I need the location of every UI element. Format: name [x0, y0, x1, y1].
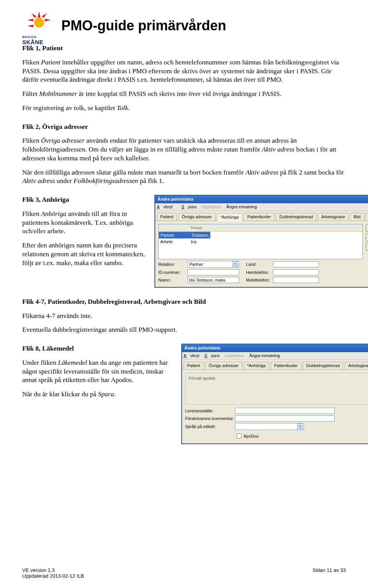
flik1-p1: Fliken Patient innehåller uppgifter om n…: [22, 58, 346, 84]
flik8-p1: Under fliken Läkemedel kan du ange om pa…: [22, 358, 176, 384]
tab-patientkoder[interactable]: Patientkoder: [271, 362, 301, 369]
menu-uppdatera: Uppdatera: [202, 204, 221, 209]
tab-anhoriga[interactable]: *Anhöriga: [217, 213, 242, 221]
id-input[interactable]: [187, 269, 239, 275]
tab-dubbelregistrerad[interactable]: Dubbelregistrerad: [276, 213, 316, 221]
tab-bild[interactable]: Bild: [350, 213, 364, 221]
tab-arbetsgivare[interactable]: Arbetsgivare: [318, 213, 348, 221]
dialog-tabs: Patient Övriga adresser *Anhöriga Patien…: [155, 211, 368, 221]
dialog-tabs: Patient Övriga adresser *Anhöriga Patien…: [182, 360, 368, 370]
dialog-lakemedel: Ändra patientdata Avbryt Spara Uppdatera…: [182, 344, 368, 444]
sprak-select[interactable]: ▾: [235, 423, 304, 430]
skane-sun-icon: [22, 9, 56, 37]
tab-patient[interactable]: Patient: [184, 362, 204, 369]
menu-spara[interactable]: Spara: [204, 353, 219, 358]
sok-button[interactable]: Sök: [366, 242, 368, 250]
section-heading-flik3: Flik 3, Anhöriga: [22, 195, 149, 204]
forvalt-apotek-fieldset: Förvalt apotek Adress... Rensa: [185, 373, 368, 405]
flik1-p3: För registrering av tolk, se kapitlet To…: [22, 104, 346, 112]
page-title: PMO-guide primärvården: [61, 18, 226, 34]
hemtel-input[interactable]: [273, 269, 319, 275]
dialog-menubar: Avbryt Spara Uppdatera Ångra inmatning: [155, 203, 368, 211]
mobil-input[interactable]: [273, 277, 319, 283]
tab-patient[interactable]: Patient: [157, 213, 177, 221]
apodos-label: ApoDos: [243, 434, 258, 438]
list-row-selected[interactable]: PartnerIda Testsson, maka: [159, 232, 210, 239]
hemtel-label: Hemtelefon:: [246, 270, 273, 275]
ny-button[interactable]: Ny: [366, 224, 368, 232]
tab-ovriga-adresser[interactable]: Övriga adresser: [178, 213, 215, 221]
chevron-down-icon: ▾: [297, 423, 303, 429]
leverans-input[interactable]: [235, 408, 335, 414]
namn-label: Namn:: [158, 277, 187, 283]
section-heading-flik47: Flik 4-7, Patientkoder, Dubbelregistrera…: [22, 297, 346, 306]
tab-dubbelregistrerad[interactable]: Dubbelregistrerad: [303, 362, 343, 369]
sprak-label: Språk på etikett:: [185, 424, 235, 429]
fieldset-legend: Förvalt apotek: [189, 376, 368, 381]
section-heading-flik2: Flik 2, Övriga adresser: [22, 122, 346, 131]
section-heading-flik1: Flik 1, Patient: [22, 44, 346, 53]
footer-page-number: Sidan 11 av 33: [312, 567, 346, 579]
svg-point-0: [34, 18, 44, 28]
page-header: REGION SKÅNE PMO-guide primärvården: [22, 9, 346, 41]
land-input[interactable]: [273, 261, 319, 267]
flik2-p1: Fliken Övriga adresser används endast fö…: [22, 136, 346, 162]
footer-updated: Uppdaterad 2013-02-12 /LB: [22, 573, 84, 579]
menu-uppdatera: Uppdatera: [225, 353, 244, 358]
id-label: ID-nummer:: [158, 270, 187, 275]
tab-patientkoder[interactable]: Patientkoder: [244, 213, 274, 221]
footer-version: VE version 1.3: [22, 567, 84, 573]
dialog-title: Ändra patientdata: [155, 195, 368, 203]
leverans-label: Leveransställe:: [185, 408, 235, 413]
flik3-p2: Efter den anhöriges namn kan du preciser…: [22, 241, 149, 267]
flik1-p2: Fältet Mobilnummer är inte kopplat till …: [22, 89, 346, 98]
dialog-anhoriga: Ändra patientdata Avbryt Spara Uppdatera…: [155, 195, 368, 287]
dialog-menubar: Avbryt Spara Uppdatera Ångra inmatning: [182, 352, 368, 359]
flik47-p2: Eventuella dubbelregistreringar anmäls t…: [22, 325, 346, 334]
menu-angra[interactable]: Ångra inmatning: [226, 204, 257, 209]
page-footer: VE version 1.3 Uppdaterad 2013-02-12 /LB…: [22, 567, 346, 579]
anhoriga-list[interactable]: Namn PartnerIda Testsson, maka ArbeteIca: [158, 224, 363, 259]
dialog-title: Ändra patientdata: [182, 344, 368, 352]
tab-anhoriga[interactable]: *Anhöriga: [244, 362, 269, 369]
flik3-p1: Fliken Anhöriga används till att föra in…: [22, 209, 149, 236]
list-row[interactable]: ArbeteIca: [159, 239, 362, 245]
namn-input[interactable]: Ida Testsson, maka: [187, 277, 239, 283]
tab-lakemedel[interactable]: Läkemedel: [366, 213, 368, 221]
relation-select[interactable]: Partner▾: [187, 261, 239, 268]
relation-label: Relation:: [158, 262, 187, 267]
tab-ovriga-adresser[interactable]: Övriga adresser: [205, 362, 242, 369]
flik2-p2: När den tillfälliga adressen slutar gäll…: [22, 168, 346, 186]
land-label: Land:: [246, 262, 273, 267]
flik47-p1: Flikarna 4-7 används inte.: [22, 311, 346, 320]
menu-avbryt[interactable]: Avbryt: [157, 204, 176, 209]
mobil-label: Mobiltelefon:: [246, 277, 273, 283]
forskrivare-input[interactable]: [235, 415, 335, 422]
menu-avbryt[interactable]: Avbryt: [184, 353, 199, 358]
tabort-button[interactable]: Ta bort: [366, 233, 368, 241]
menu-angra[interactable]: Ångra inmatning: [249, 353, 280, 358]
apodos-checkbox[interactable]: [237, 433, 242, 438]
section-heading-flik8: Flik 8, Läkemedel: [22, 344, 176, 353]
logo: REGION SKÅNE: [22, 9, 56, 41]
forskr-label: Förskrivarens kommentar:: [185, 416, 235, 421]
menu-spara[interactable]: Spara: [181, 204, 196, 209]
tab-arbetsgivare[interactable]: Arbetsgivare: [345, 362, 368, 369]
flik8-p2: När du är klar klickar du på Spara.: [22, 390, 176, 399]
chevron-down-icon: ▾: [232, 261, 238, 267]
